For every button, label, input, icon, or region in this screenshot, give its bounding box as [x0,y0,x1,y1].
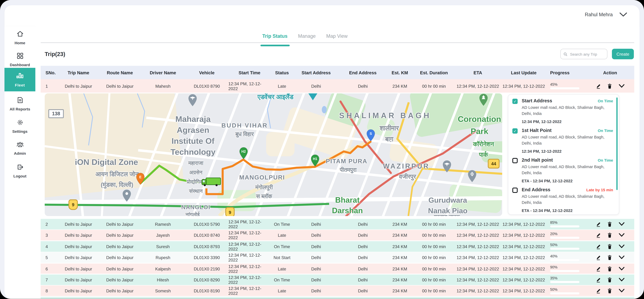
expand-chevron-icon[interactable] [618,289,625,293]
delete-icon[interactable] [607,277,612,283]
table-row[interactable]: 5Delhi to JaipurDelhi to JaipurRupeshDL0… [41,252,634,263]
sidebar-item-label: Settings [12,129,28,134]
delete-icon[interactable] [607,232,612,238]
trip-map[interactable]: एडवेंचर आइलैंडMaharaja Agrasen Institute… [45,93,502,216]
edit-icon[interactable] [596,266,601,272]
cell-route-name: Delhi to Jaipur [99,219,140,229]
main-content: Trip StatusManageMap View Trip(23) Creat… [35,26,640,299]
cell-action [586,252,634,263]
delete-icon[interactable] [607,288,612,294]
expand-chevron-icon[interactable] [618,277,625,282]
progress-bar [550,281,580,283]
delete-icon[interactable] [607,266,612,272]
expand-chevron-icon[interactable] [618,222,625,227]
column-header: Route Name [99,66,140,79]
map-pin-H2[interactable]: H2 [239,147,248,160]
top-bar: Rahul Mehra [4,5,640,26]
tab-manage[interactable]: Manage [298,33,316,43]
progress-bar [550,259,580,261]
expand-chevron-icon[interactable] [618,244,625,249]
logout-icon [16,164,24,172]
cell-driver-name: Jayesh [140,230,185,241]
detail-time: ETA - 12:34 PM, 12-12-2022 [522,208,613,213]
trip-detail-item: 2nd Halt pointOn TimeAD Lower mall road,… [512,158,613,183]
cell-action [586,219,634,229]
edit-icon[interactable] [596,232,601,238]
expand-chevron-icon[interactable] [618,233,625,238]
column-header: Status [270,66,293,79]
column-header: Trip Name [58,66,99,79]
sidebar-item-settings[interactable]: Settings [4,119,35,134]
sidebar-item-dashboard[interactable]: Dashboard [4,52,35,67]
delete-icon[interactable] [607,244,612,249]
edit-icon[interactable] [596,244,601,249]
edit-icon[interactable] [596,277,601,283]
edit-icon[interactable] [596,255,601,260]
edit-icon[interactable] [596,221,601,227]
app-canvas: Rahul Mehra HomeDashboardFleetAll Report… [0,0,644,299]
sidebar-item-home[interactable]: Home [4,30,35,45]
table-row[interactable]: 4Delhi to JaipurDelhi to JaipurSureshDL0… [41,241,634,252]
edit-icon[interactable] [596,288,601,294]
sidebar-item-logout[interactable]: Logout [4,164,35,178]
map-pin-S[interactable]: S [366,129,375,142]
sidebar-item-admin[interactable]: Admin [4,141,35,156]
column-header: Est. Duration [413,66,455,79]
detail-title: 1st Halt Point [522,128,552,133]
expand-chevron-icon[interactable] [618,266,625,271]
detail-checkbox[interactable]: ✓ [512,99,518,104]
table-row[interactable]: 6Delhi to JaipurDelhi to JaipurKalpeshDL… [41,263,634,274]
sidebar-item-fleet[interactable]: Fleet [4,68,35,91]
admin-icon [16,141,24,149]
tab-trip-status[interactable]: Trip Status [262,33,288,43]
table-row[interactable] [41,297,634,299]
user-menu[interactable]: Rahul Mehra [585,12,627,17]
table-row[interactable]: 1Delhi to JaipurDelhi to JaipurMaheshDL0… [41,79,634,93]
column-header: Start Address [293,66,339,79]
cell-last-update: 12:34 PM, 12-12-2022 [500,252,547,263]
svg-text:S: S [370,132,372,135]
tab-map-view[interactable]: Map View [326,33,348,43]
detail-checkbox[interactable] [512,158,518,163]
delete-icon[interactable] [607,255,612,260]
edit-icon[interactable] [596,83,601,89]
expand-chevron-icon[interactable] [618,255,625,260]
detail-checkbox[interactable]: ✓ [512,128,518,134]
table-row[interactable]: 7Delhi to JaipurDelhi to JaipurHiteshDL0… [41,275,634,285]
search-input[interactable] [569,51,604,57]
detail-checkbox[interactable] [512,188,518,193]
table-row[interactable]: 2Delhi to JaipurDelhi to JaipurRameshDL0… [41,219,634,229]
detail-status: On Time [598,158,613,162]
cell-trip-name: Delhi to Jaipur [58,241,99,252]
delete-icon[interactable] [607,83,612,89]
cell-trip-name: Delhi to Jaipur [58,263,99,274]
cell-trip-name: Delhi to Jaipur [58,275,99,285]
cell-sno: 5 [41,252,58,263]
delete-icon[interactable] [607,221,612,227]
sidebar-item-reports[interactable]: All Reports [4,97,35,111]
progress-bar [550,237,580,239]
cell-end-address: Delhi [339,275,387,285]
table-row[interactable]: 8Delhi to JaipurDelhi to JaipurSomeshDL0… [41,286,634,296]
chevron-down-icon[interactable] [619,12,627,17]
table-row[interactable]: 3Delhi to JaipurDelhi to JaipurJayeshDL0… [41,230,634,241]
cell-start-time: 12:34 PM, 12-12-2022 [228,79,270,93]
details-scrollbar[interactable] [616,97,618,190]
vehicle-truck-icon[interactable] [201,177,222,187]
expand-chevron-icon[interactable] [618,83,625,88]
cell-last-update: 12:34 PM, 12-12-2022 [500,286,547,296]
column-header: End Address [339,66,387,79]
map-roads-routes [45,93,502,216]
map-pin-E[interactable]: E [136,173,145,185]
trips-toolbar: Trip(23) Create [35,43,640,66]
detail-address: AD Lower mall road, AD Block, Shalimar B… [522,105,613,117]
road-shield: 9 [68,199,78,210]
cell-eta: 12:34 PM, 12-12-2022 [455,263,500,274]
search-box[interactable] [560,49,608,59]
cell-action [586,230,634,241]
map-pin-H1[interactable]: H1 [310,154,320,167]
cell-progress: 20% [547,230,586,241]
trip-detail-item: End AddressLate by 15 minAD Lower mall r… [512,187,613,213]
create-button[interactable]: Create [612,49,634,59]
cell-est-km: 234 KM [387,219,413,229]
